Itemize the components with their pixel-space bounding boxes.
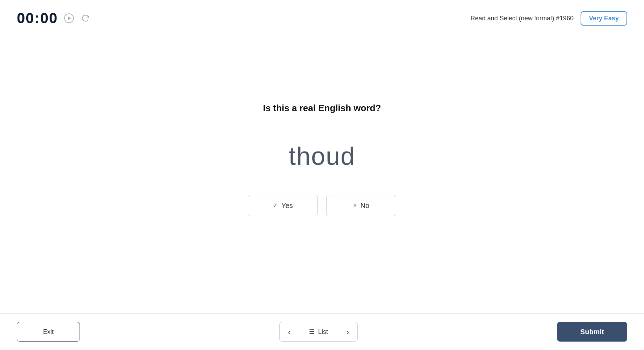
list-label: List — [318, 328, 328, 336]
no-label: No — [360, 202, 369, 210]
question-label: Read and Select (new format) #1960 — [471, 15, 574, 22]
timer-section: 00:00 — [17, 10, 91, 27]
nav-controls: ‹ ☰ List › — [279, 322, 358, 342]
word-display: thoud — [289, 142, 355, 170]
svg-marker-1 — [68, 16, 71, 20]
answer-buttons: ✓ Yes × No — [248, 195, 396, 216]
yes-label: Yes — [281, 202, 293, 210]
refresh-icon[interactable] — [80, 13, 91, 23]
prev-button[interactable]: ‹ — [279, 322, 299, 342]
header-right: Read and Select (new format) #1960 Very … — [471, 11, 627, 26]
question-title: Is this a real English word? — [263, 103, 381, 114]
timer-display: 00:00 — [17, 10, 58, 27]
list-icon: ☰ — [309, 328, 315, 336]
bottom-bar: Exit ‹ ☰ List › Submit — [0, 313, 644, 350]
cross-icon: × — [353, 202, 357, 209]
list-button[interactable]: ☰ List — [299, 322, 338, 342]
checkmark-icon: ✓ — [273, 202, 278, 209]
exit-button[interactable]: Exit — [17, 322, 80, 342]
play-icon[interactable] — [63, 13, 75, 24]
main-content: Is this a real English word? thoud ✓ Yes… — [0, 34, 644, 313]
difficulty-badge[interactable]: Very Easy — [581, 11, 627, 26]
submit-button[interactable]: Submit — [557, 322, 627, 342]
yes-button[interactable]: ✓ Yes — [248, 195, 318, 216]
next-button[interactable]: › — [338, 322, 358, 342]
header: 00:00 Read and Select (new format) #1960… — [0, 0, 644, 34]
no-button[interactable]: × No — [326, 195, 396, 216]
